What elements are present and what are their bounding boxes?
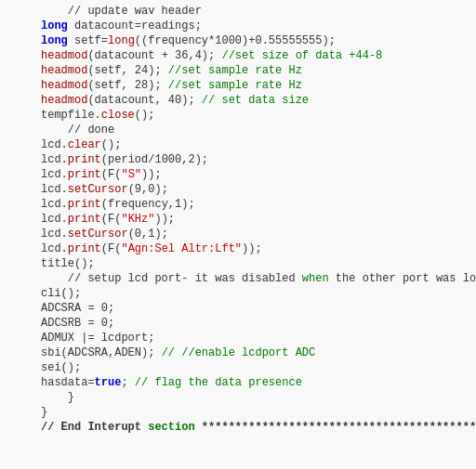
code-line-16: lcd.setCursor(0,1); [0,227,476,241]
code-line-20: cli(); [0,286,476,301]
code-line-10: lcd.clear(); [0,137,476,152]
code-line-7: headmod(datacount, 40); // set data size [0,93,476,108]
code-line-6: headmod(setf, 28); //set sample rate Hz [0,78,476,93]
code-line-18: title(); [0,256,476,271]
code-line-14: lcd.print(frequency,1); [0,197,476,212]
code-line-26: hasdata=true; // flag the data presence [0,375,476,390]
code-line-12: lcd.print(F("S")); [0,167,476,182]
code-line-11: lcd.print(period/1000,2); [0,152,476,167]
code-line-5: headmod(setf, 24); //set sample rate Hz [0,63,476,78]
code-line-1: // update wav header [0,4,476,19]
code-line-2: long datacount=readings; [0,19,476,33]
code-line-8: tempfile.close(); [0,108,476,123]
code-line-27: } [0,390,476,405]
code-editor: // update wav header long datacount=read… [0,0,476,469]
code-line-21: ADCSRA = 0; [0,301,476,316]
code-line-25: sei(); [0,360,476,375]
code-line-19: // setup lcd port- it was disabled when … [0,271,476,286]
code-line-15: lcd.print(F("KHz")); [0,212,476,227]
code-line-29: // End Interupt section ****************… [0,420,476,435]
code-line-23: ADMUX |= lcdport; [0,331,476,345]
code-line-22: ADCSRB = 0; [0,316,476,331]
code-line-9: // done [0,123,476,137]
code-line-17: lcd.print(F("Agn:Sel Altr:Lft")); [0,241,476,256]
code-line-24: sbi(ADCSRA,ADEN); // //enable lcdport AD… [0,345,476,360]
code-line-28: } [0,405,476,420]
code-line-4: headmod(datacount + 36,4); //set size of… [0,48,476,63]
code-line-13: lcd.setCursor(9,0); [0,182,476,197]
code-line-3: long setf=long((frequency*1000)+0.555555… [0,33,476,48]
